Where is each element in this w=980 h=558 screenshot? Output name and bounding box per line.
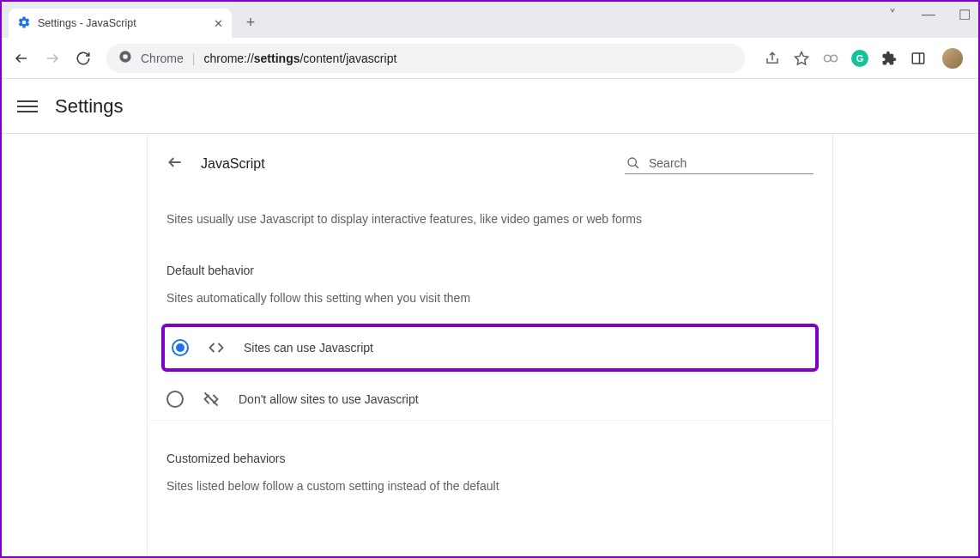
app-title: Settings bbox=[55, 95, 124, 118]
url-text: chrome://settings/content/javascript bbox=[203, 52, 396, 65]
window-controls: ˅ — ☐ bbox=[886, 7, 971, 23]
new-tab-button[interactable]: + bbox=[239, 10, 263, 34]
menu-icon[interactable] bbox=[17, 100, 38, 112]
back-arrow-icon[interactable] bbox=[166, 154, 184, 174]
extensions-puzzle-icon[interactable] bbox=[880, 50, 898, 67]
customized-behaviors-title: Customized behaviors bbox=[148, 452, 832, 465]
svg-point-3 bbox=[831, 55, 838, 62]
tab-title: Settings - JavaScript bbox=[38, 17, 207, 29]
settings-header: Settings bbox=[2, 79, 978, 134]
content-area: JavaScript Search Sites usually use Java… bbox=[2, 134, 978, 556]
forward-button[interactable] bbox=[39, 45, 65, 71]
svg-line-7 bbox=[635, 165, 638, 168]
toolbar-extensions: G bbox=[755, 48, 971, 69]
svg-rect-4 bbox=[912, 53, 924, 64]
minimize-icon[interactable]: — bbox=[922, 7, 935, 23]
close-tab-icon[interactable]: ✕ bbox=[214, 17, 223, 30]
maximize-icon[interactable]: ☐ bbox=[958, 7, 971, 23]
code-off-icon bbox=[203, 391, 220, 408]
radio-block-label: Don't allow sites to use Javascript bbox=[239, 392, 419, 406]
link-icon[interactable] bbox=[822, 50, 839, 67]
share-icon[interactable] bbox=[764, 50, 781, 67]
tab-strip: Settings - JavaScript ✕ + ˅ — ☐ bbox=[2, 2, 978, 38]
search-placeholder: Search bbox=[649, 156, 687, 170]
svg-point-6 bbox=[628, 158, 636, 166]
url-divider: | bbox=[192, 52, 196, 65]
browser-toolbar: Chrome | chrome://settings/content/javas… bbox=[2, 38, 978, 79]
radio-block-javascript[interactable]: Don't allow sites to use Javascript bbox=[148, 379, 832, 421]
chrome-icon bbox=[118, 50, 132, 66]
radio-selected-icon bbox=[172, 339, 189, 356]
default-behavior-title: Default behavior bbox=[148, 264, 832, 277]
profile-avatar[interactable] bbox=[942, 48, 963, 69]
customized-behaviors-subtitle: Sites listed below follow a custom setti… bbox=[148, 479, 832, 493]
reload-button[interactable] bbox=[70, 45, 96, 71]
address-bar[interactable]: Chrome | chrome://settings/content/javas… bbox=[106, 44, 745, 73]
gear-icon bbox=[17, 15, 31, 32]
page-description: Sites usually use Javascript to display … bbox=[148, 212, 832, 226]
radio-allow-label: Sites can use Javascript bbox=[244, 341, 373, 355]
bookmark-star-icon[interactable] bbox=[793, 50, 810, 67]
settings-panel: JavaScript Search Sites usually use Java… bbox=[147, 134, 833, 556]
svg-point-1 bbox=[123, 54, 128, 59]
panel-header: JavaScript Search bbox=[148, 153, 832, 174]
back-button[interactable] bbox=[9, 45, 34, 71]
default-behavior-subtitle: Sites automatically follow this setting … bbox=[148, 291, 832, 305]
browser-tab[interactable]: Settings - JavaScript ✕ bbox=[9, 9, 232, 38]
code-icon bbox=[208, 339, 225, 356]
page-title: JavaScript bbox=[201, 156, 608, 172]
side-panel-icon[interactable] bbox=[910, 50, 927, 67]
url-label: Chrome bbox=[141, 52, 184, 65]
grammarly-icon[interactable]: G bbox=[851, 50, 868, 67]
search-icon bbox=[626, 156, 640, 170]
svg-line-8 bbox=[205, 393, 218, 406]
chevron-down-icon[interactable]: ˅ bbox=[886, 7, 899, 23]
radio-allow-javascript[interactable]: Sites can use Javascript bbox=[165, 327, 815, 368]
radio-unselected-icon bbox=[166, 391, 184, 408]
svg-point-2 bbox=[825, 55, 832, 62]
highlight-annotation: Sites can use Javascript bbox=[161, 324, 819, 372]
search-input[interactable]: Search bbox=[625, 153, 814, 174]
